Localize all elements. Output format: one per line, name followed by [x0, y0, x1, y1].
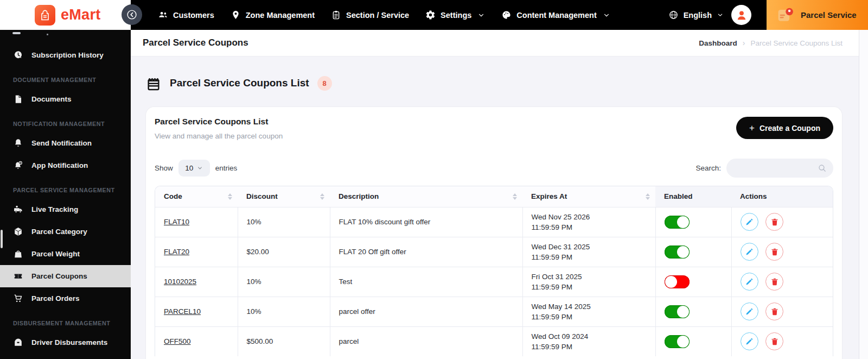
- brand-name: eMart: [61, 7, 101, 23]
- description-cell: FLAT 10% discount gift offer: [330, 207, 522, 237]
- expires-cell: Fri Oct 31 202511:59:59 PM: [522, 267, 655, 297]
- sort-icon: [646, 193, 650, 200]
- sidebar-item-subscription-history[interactable]: Subscription History: [0, 44, 131, 66]
- section-service-icon: [331, 10, 341, 20]
- globe-icon: [668, 10, 679, 20]
- delete-button[interactable]: [765, 332, 783, 350]
- enabled-toggle[interactable]: [665, 275, 690, 288]
- plus-icon: +: [749, 123, 755, 134]
- emart-logo-icon: [35, 5, 55, 26]
- sidebar-item-parcel-orders[interactable]: Parcel Orders: [0, 287, 131, 310]
- discount-cell: 10%: [238, 267, 330, 297]
- sidebar-item-driver-disbursements[interactable]: Driver Disbursements: [0, 331, 131, 354]
- trash-icon: [770, 218, 779, 226]
- page-header: Parcel Service Coupons Dashboard › Parce…: [131, 30, 859, 56]
- table-row: FLAT20 $20.00 FLAT 20 Off gift offer Wed…: [155, 237, 833, 267]
- breadcrumb: Dashboard › Parcel Service Coupons List: [699, 39, 843, 47]
- delete-button[interactable]: [765, 213, 783, 231]
- search-label: Search:: [695, 164, 721, 172]
- arrow-left-circle-icon: [126, 9, 138, 21]
- page-size-select[interactable]: 10: [178, 160, 210, 177]
- nav-item-zone-management[interactable]: Zone Management: [231, 10, 315, 20]
- nav-item-customers[interactable]: Customers: [158, 10, 214, 20]
- description-cell: FLAT 20 Off gift offer: [330, 237, 522, 267]
- coupon-code-link[interactable]: OFF500: [164, 337, 191, 345]
- edit-button[interactable]: [741, 303, 758, 320]
- sidebar-item-live-tracking[interactable]: Live Tracking: [0, 198, 131, 221]
- coupon-code-link[interactable]: FLAT10: [164, 218, 189, 226]
- live-tracking-icon: [13, 204, 23, 215]
- enabled-toggle[interactable]: [665, 216, 690, 229]
- coupon-code-link[interactable]: FLAT20: [164, 248, 189, 256]
- delete-button[interactable]: [765, 243, 783, 261]
- nav-right: English Parcel Service: [668, 0, 868, 30]
- edit-button[interactable]: [741, 243, 758, 261]
- chevron-down-icon: [603, 11, 610, 19]
- nav-item-content-management[interactable]: Content Management: [501, 10, 610, 20]
- search-icon: [818, 163, 827, 173]
- user-avatar[interactable]: [731, 5, 751, 25]
- page-scrollbar[interactable]: [859, 30, 868, 359]
- sidebar-item-app-notification[interactable]: App Notification: [0, 154, 131, 177]
- partial-menu-dot: [47, 34, 48, 35]
- sidebar-item-send-notification[interactable]: Send Notification: [0, 132, 131, 154]
- column-header-discount[interactable]: Discount: [238, 186, 330, 207]
- edit-button[interactable]: [741, 273, 758, 291]
- expires-cell: Wed Dec 31 202511:59:59 PM: [522, 237, 655, 267]
- zone-icon: [231, 10, 241, 20]
- coupon-count-badge: 8: [317, 76, 332, 91]
- card-subtitle: View and manage all the parcel coupon: [155, 132, 283, 140]
- avatar-person-icon: [735, 8, 749, 22]
- app-notification-icon: [13, 160, 23, 171]
- table-row: OFF500 $500.00 parcel Wed Oct 09 202411:…: [155, 326, 833, 356]
- page-size-value: 10: [185, 164, 193, 172]
- chevron-down-icon: [477, 11, 485, 19]
- column-header-expires-at[interactable]: Expires At: [522, 186, 655, 207]
- trash-icon: [770, 337, 779, 346]
- breadcrumb-dashboard-link[interactable]: Dashboard: [699, 39, 737, 47]
- partial-menu-icon: [12, 32, 21, 34]
- sidebar-item-parcel-weight[interactable]: Parcel Weight: [0, 243, 131, 265]
- sidebar-scrollbar-thumb[interactable]: [1, 230, 3, 248]
- language-selector[interactable]: English: [668, 10, 724, 20]
- sidebar-collapse-button[interactable]: [122, 4, 142, 25]
- edit-button[interactable]: [741, 213, 758, 231]
- page-title: Parcel Service Coupons: [143, 37, 248, 48]
- edit-button[interactable]: [741, 332, 758, 350]
- create-coupon-label: Create a Coupon: [760, 124, 820, 133]
- customers-icon: [158, 10, 168, 20]
- top-navbar: eMart Customers Zone Management Section …: [0, 0, 868, 30]
- sidebar-item-documents[interactable]: Documents: [0, 88, 131, 110]
- coupon-gift-icon: [145, 75, 162, 91]
- card-title: Parcel Service Coupons List: [155, 117, 283, 127]
- pencil-icon: [745, 218, 754, 226]
- sidebar-item-parcel-coupons[interactable]: Parcel Coupons: [0, 265, 131, 287]
- enabled-toggle[interactable]: [665, 305, 690, 318]
- show-label: Show: [155, 164, 173, 172]
- enabled-toggle[interactable]: [665, 245, 690, 259]
- delete-button[interactable]: [765, 273, 783, 291]
- sidebar-section-header: PARCEL SERVICE MANAGEMENT: [0, 185, 131, 196]
- discount-cell: $500.00: [238, 326, 330, 356]
- documents-icon: [13, 94, 23, 104]
- trash-icon: [770, 248, 779, 256]
- column-header-code[interactable]: Code: [155, 186, 238, 207]
- coupon-code-link[interactable]: 10102025: [164, 278, 196, 286]
- parcel-category-icon: [13, 226, 23, 237]
- nav-item-section-service[interactable]: Section / Service: [331, 10, 409, 20]
- nav-item-settings[interactable]: Settings: [425, 10, 485, 20]
- brand[interactable]: eMart: [0, 0, 131, 30]
- coupon-code-link[interactable]: PARCEL10: [164, 307, 201, 316]
- pencil-icon: [745, 307, 754, 316]
- column-header-actions: Actions: [731, 186, 833, 207]
- column-header-description[interactable]: Description: [330, 186, 522, 207]
- sort-icon: [320, 193, 324, 200]
- discount-cell: 10%: [238, 207, 330, 237]
- parcel-coupons-icon: [13, 271, 23, 281]
- delete-button[interactable]: [765, 303, 783, 320]
- sidebar-item-parcel-category[interactable]: Parcel Category: [0, 221, 131, 243]
- enabled-toggle[interactable]: [665, 335, 690, 348]
- parcel-service-tab[interactable]: Parcel Service: [767, 0, 868, 30]
- create-coupon-button[interactable]: + Create a Coupon: [736, 117, 833, 139]
- send-notification-icon: [13, 138, 23, 148]
